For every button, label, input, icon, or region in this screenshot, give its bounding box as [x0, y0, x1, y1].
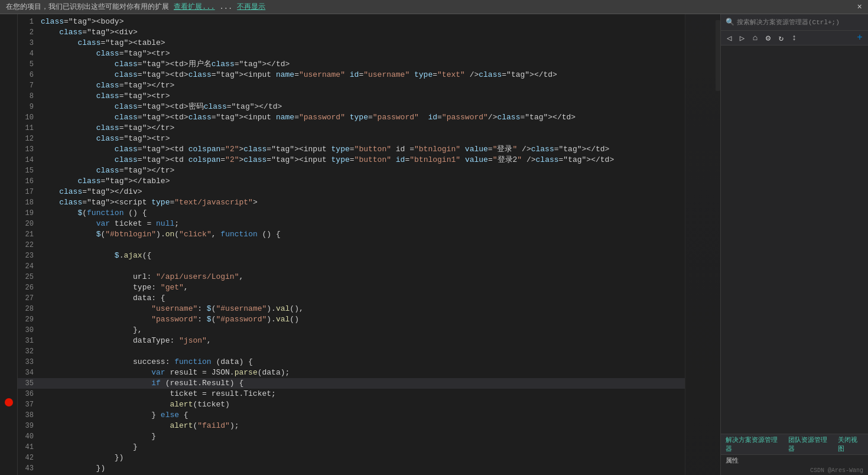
code-editor[interactable]: 1class="tag"><body>2 class="tag"><div>3 …	[18, 14, 685, 475]
line-content-24[interactable]	[38, 261, 685, 272]
code-line-39[interactable]: 39 alert("faild");	[18, 421, 685, 431]
notification-link[interactable]: 查看扩展...	[174, 2, 215, 12]
line-content-7[interactable]: class="tag"></tr>	[38, 80, 685, 91]
code-line-36[interactable]: 36 ticket = result.Ticket;	[18, 389, 685, 399]
line-content-11[interactable]: class="tag"></tr>	[38, 123, 685, 134]
se-link-team[interactable]: 团队资源管理器	[788, 435, 833, 453]
code-line-19[interactable]: 19 $(function () {	[18, 208, 685, 219]
code-line-26[interactable]: 26 type: "get",	[18, 282, 685, 293]
line-content-32[interactable]	[38, 346, 685, 357]
code-line-7[interactable]: 7 class="tag"></tr>	[18, 80, 685, 91]
code-line-17[interactable]: 17 class="tag"></div>	[18, 187, 685, 197]
code-line-8[interactable]: 8 class="tag"><tr>	[18, 91, 685, 102]
line-content-37[interactable]: alert(ticket)	[38, 399, 685, 410]
code-line-4[interactable]: 4 class="tag"><tr>	[18, 48, 685, 59]
code-line-33[interactable]: 33 success: function (data) {	[18, 357, 685, 367]
line-content-14[interactable]: class="tag"><td colspan="2">class="tag">…	[38, 155, 685, 165]
code-line-15[interactable]: 15 class="tag"></tr>	[18, 165, 685, 176]
line-content-5[interactable]: class="tag"><td>用户名class="tag"></td>	[38, 59, 685, 70]
line-content-40[interactable]: }	[38, 431, 685, 442]
line-content-4[interactable]: class="tag"><tr>	[38, 48, 685, 59]
line-content-33[interactable]: success: function (data) {	[38, 357, 685, 367]
code-line-35[interactable]: 35 if (result.Result) {	[18, 378, 685, 389]
se-link-close[interactable]: 关闭视图	[838, 435, 863, 453]
toolbar-back-btn[interactable]: ◁	[723, 32, 735, 44]
code-line-31[interactable]: 31 dataType: "json",	[18, 336, 685, 346]
line-content-36[interactable]: ticket = result.Ticket;	[38, 389, 685, 399]
solution-tree[interactable]	[721, 45, 868, 434]
breakpoint-marker[interactable]	[5, 398, 13, 406]
line-content-25[interactable]: url: "/api/users/Login",	[38, 272, 685, 282]
line-content-31[interactable]: dataType: "json",	[38, 336, 685, 346]
line-content-42[interactable]: })	[38, 453, 685, 463]
code-line-21[interactable]: 21 $("#btnlogin").on("click", function (…	[18, 229, 685, 240]
line-content-20[interactable]: var ticket = null;	[38, 219, 685, 229]
code-line-3[interactable]: 3 class="tag"><table>	[18, 38, 685, 48]
code-line-9[interactable]: 9 class="tag"><td>密码class="tag"></td>	[18, 102, 685, 112]
se-link-solution[interactable]: 解决方案资源管理器	[726, 435, 784, 453]
code-line-24[interactable]: 24	[18, 261, 685, 272]
line-content-29[interactable]: "password": $("#password").val()	[38, 314, 685, 325]
code-line-5[interactable]: 5 class="tag"><td>用户名class="tag"></td>	[18, 59, 685, 70]
code-line-41[interactable]: 41 }	[18, 442, 685, 453]
toolbar-forward-btn[interactable]: ▷	[736, 32, 748, 44]
toolbar-add-btn[interactable]: +	[854, 32, 866, 44]
code-line-16[interactable]: 16 class="tag"></table>	[18, 176, 685, 187]
line-content-38[interactable]: } else {	[38, 410, 685, 421]
line-content-18[interactable]: class="tag"><script type="text/javascrip…	[38, 197, 685, 208]
code-line-22[interactable]: 22	[18, 240, 685, 250]
line-content-43[interactable]: })	[38, 463, 685, 474]
line-content-26[interactable]: type: "get",	[38, 282, 685, 293]
line-content-21[interactable]: $("#btnlogin").on("click", function () {	[38, 229, 685, 240]
code-line-12[interactable]: 12 class="tag"><tr>	[18, 134, 685, 144]
code-line-10[interactable]: 10 class="tag"><td>class="tag"><input na…	[18, 112, 685, 123]
notification-dismiss[interactable]: 不再显示	[237, 2, 265, 12]
code-line-11[interactable]: 11 class="tag"></tr>	[18, 123, 685, 134]
code-line-25[interactable]: 25 url: "/api/users/Login",	[18, 272, 685, 282]
notification-close[interactable]: ×	[857, 2, 862, 12]
code-line-38[interactable]: 38 } else {	[18, 410, 685, 421]
code-line-37[interactable]: 37 alert(ticket)	[18, 399, 685, 410]
line-content-13[interactable]: class="tag"><td colspan="2">class="tag">…	[38, 144, 685, 155]
code-line-30[interactable]: 30 },	[18, 325, 685, 336]
code-line-2[interactable]: 2 class="tag"><div>	[18, 27, 685, 38]
line-content-16[interactable]: class="tag"></table>	[38, 176, 685, 187]
line-content-9[interactable]: class="tag"><td>密码class="tag"></td>	[38, 102, 685, 112]
line-content-39[interactable]: alert("faild");	[38, 421, 685, 431]
code-line-42[interactable]: 42 })	[18, 453, 685, 463]
line-content-30[interactable]: },	[38, 325, 685, 336]
code-line-43[interactable]: 43 })	[18, 463, 685, 474]
code-line-14[interactable]: 14 class="tag"><td colspan="2">class="ta…	[18, 155, 685, 165]
code-line-1[interactable]: 1class="tag"><body>	[18, 17, 685, 27]
code-line-29[interactable]: 29 "password": $("#password").val()	[18, 314, 685, 325]
line-content-6[interactable]: class="tag"><td>class="tag"><input name=…	[38, 70, 685, 80]
code-line-32[interactable]: 32	[18, 346, 685, 357]
line-content-12[interactable]: class="tag"><tr>	[38, 134, 685, 144]
code-line-40[interactable]: 40 }	[18, 431, 685, 442]
line-content-41[interactable]: }	[38, 442, 685, 453]
line-content-15[interactable]: class="tag"></tr>	[38, 165, 685, 176]
line-content-8[interactable]: class="tag"><tr>	[38, 91, 685, 102]
toolbar-expand-btn[interactable]: ↕	[788, 32, 800, 44]
line-content-2[interactable]: class="tag"><div>	[38, 27, 685, 38]
line-content-35[interactable]: if (result.Result) {	[38, 378, 685, 389]
line-content-1[interactable]: class="tag"><body>	[38, 17, 685, 27]
code-line-18[interactable]: 18 class="tag"><script type="text/javasc…	[18, 197, 685, 208]
code-line-13[interactable]: 13 class="tag"><td colspan="2">class="ta…	[18, 144, 685, 155]
code-line-27[interactable]: 27 data: {	[18, 293, 685, 304]
code-line-34[interactable]: 34 var result = JSON.parse(data);	[18, 367, 685, 378]
line-content-28[interactable]: "username": $("#username").val(),	[38, 304, 685, 314]
line-content-23[interactable]: $.ajax({	[38, 250, 685, 261]
line-content-17[interactable]: class="tag"></div>	[38, 187, 685, 197]
line-content-19[interactable]: $(function () {	[38, 208, 685, 219]
toolbar-refresh-btn[interactable]: ↻	[775, 32, 787, 44]
code-line-20[interactable]: 20 var ticket = null;	[18, 219, 685, 229]
code-content[interactable]: 1class="tag"><body>2 class="tag"><div>3 …	[18, 14, 685, 475]
line-content-22[interactable]	[38, 240, 685, 250]
line-content-3[interactable]: class="tag"><table>	[38, 38, 685, 48]
toolbar-home-btn[interactable]: ⌂	[749, 32, 761, 44]
code-line-23[interactable]: 23 $.ajax({	[18, 250, 685, 261]
line-content-10[interactable]: class="tag"><td>class="tag"><input name=…	[38, 112, 685, 123]
line-content-27[interactable]: data: {	[38, 293, 685, 304]
code-line-28[interactable]: 28 "username": $("#username").val(),	[18, 304, 685, 314]
